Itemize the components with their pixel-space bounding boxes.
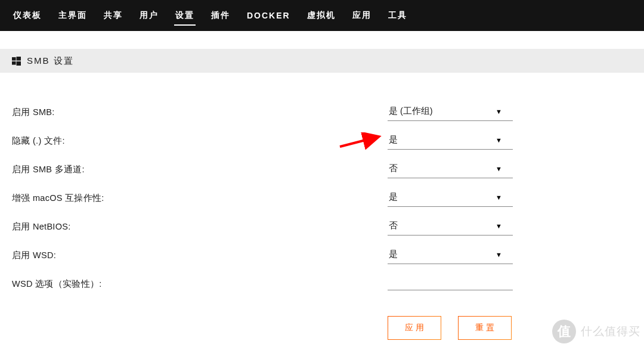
nav-tools[interactable]: 工具: [380, 1, 416, 30]
chevron-down-icon: ▼: [496, 137, 502, 144]
chevron-down-icon: ▼: [496, 165, 502, 172]
select-value: 否: [389, 163, 398, 174]
label-hide-dot-files: 隐藏 (.) 文件:: [12, 135, 388, 147]
nav-settings[interactable]: 设置: [167, 1, 203, 30]
select-wsd[interactable]: 是 ▼: [388, 246, 513, 264]
select-value: 否: [389, 220, 398, 231]
select-smb-multichannel[interactable]: 否 ▼: [388, 160, 513, 178]
apply-button[interactable]: 应用: [388, 316, 441, 340]
nav-plugins[interactable]: 插件: [203, 1, 239, 30]
select-netbios[interactable]: 否 ▼: [388, 218, 513, 236]
watermark: 值 什么值得买: [552, 320, 640, 343]
reset-button[interactable]: 重置: [458, 316, 512, 340]
label-netbios: 启用 NetBIOS:: [12, 221, 388, 233]
row-netbios: 启用 NetBIOS: 否 ▼: [0, 212, 644, 241]
smb-settings-form: 启用 SMB: 是 (工作组) ▼ 隐藏 (.) 文件: 是 ▼ 启用 SMB …: [0, 73, 644, 340]
svg-rect-3: [17, 61, 21, 65]
section-header: SMB 设置: [0, 49, 644, 73]
label-enable-smb: 启用 SMB:: [12, 107, 388, 118]
nav-vms[interactable]: 虚拟机: [299, 1, 344, 30]
row-macos-interop: 增强 macOS 互操作性: 是 ▼: [0, 184, 644, 212]
nav-users[interactable]: 用户: [131, 1, 167, 30]
svg-rect-2: [12, 61, 16, 64]
nav-main[interactable]: 主界面: [50, 1, 95, 30]
select-enable-smb[interactable]: 是 (工作组) ▼: [388, 103, 513, 121]
select-value: 是: [389, 249, 398, 260]
select-hide-dot-files[interactable]: 是 ▼: [388, 132, 513, 150]
watermark-text: 什么值得买: [581, 324, 640, 339]
label-smb-multichannel: 启用 SMB 多通道:: [12, 164, 388, 175]
row-hide-dot-files: 隐藏 (.) 文件: 是 ▼: [0, 126, 644, 155]
select-value: 是: [389, 191, 398, 203]
label-wsd-options: WSD 选项（实验性）:: [12, 278, 388, 290]
chevron-down-icon: ▼: [496, 108, 502, 115]
row-smb-multichannel: 启用 SMB 多通道: 否 ▼: [0, 155, 644, 184]
row-wsd: 启用 WSD: 是 ▼: [0, 241, 644, 269]
svg-rect-1: [17, 57, 21, 61]
chevron-down-icon: ▼: [496, 251, 502, 258]
top-nav: 仪表板 主界面 共享 用户 设置 插件 DOCKER 虚拟机 应用 工具: [0, 0, 644, 31]
chevron-down-icon: ▼: [496, 194, 502, 201]
svg-rect-0: [12, 57, 16, 60]
select-macos-interop[interactable]: 是 ▼: [388, 189, 513, 207]
section-title: SMB 设置: [27, 55, 74, 67]
select-value: 是: [389, 134, 398, 145]
nav-docker[interactable]: DOCKER: [239, 1, 299, 30]
row-enable-smb: 启用 SMB: 是 (工作组) ▼: [0, 98, 644, 126]
label-wsd: 启用 WSD:: [12, 250, 388, 261]
nav-shares[interactable]: 共享: [95, 1, 131, 30]
nav-dashboard[interactable]: 仪表板: [5, 1, 50, 30]
nav-apps[interactable]: 应用: [344, 1, 380, 30]
select-value: 是 (工作组): [389, 106, 433, 117]
label-macos-interop: 增强 macOS 互操作性:: [12, 193, 388, 204]
windows-icon: [12, 57, 21, 66]
input-wsd-options[interactable]: [388, 277, 513, 290]
watermark-badge-icon: 值: [552, 320, 576, 343]
chevron-down-icon: ▼: [496, 222, 502, 230]
row-wsd-options: WSD 选项（实验性）:: [0, 269, 644, 298]
